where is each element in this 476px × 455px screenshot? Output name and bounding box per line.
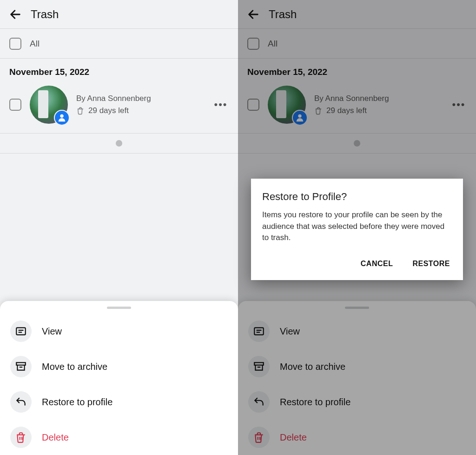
select-all-checkbox[interactable]	[9, 38, 21, 50]
select-all-label: All	[268, 39, 278, 49]
left-panel: Trash All November 15, 2022 By Anna Sonn…	[0, 0, 238, 455]
item-byline: By Anna Sonnenberg	[76, 94, 213, 103]
item-checkbox[interactable]	[247, 99, 259, 111]
trash-item: By Anna Sonnenberg 29 days left •••	[238, 82, 476, 134]
sheet-option-restore[interactable]: Restore to profile	[0, 384, 238, 420]
sheet-option-label: View	[42, 326, 62, 337]
sheet-option-archive[interactable]: Move to archive	[0, 349, 238, 384]
back-button[interactable]	[245, 7, 261, 22]
dialog-restore-button[interactable]: RESTORE	[410, 257, 452, 271]
action-sheet: View Move to archive Restore to profile …	[238, 301, 476, 455]
page-title: Trash	[269, 8, 297, 21]
arrow-left-icon	[9, 8, 22, 21]
item-thumbnail[interactable]	[30, 86, 68, 124]
days-left-text: 29 days left	[326, 106, 367, 115]
arrow-left-icon	[247, 8, 260, 21]
back-button[interactable]	[7, 7, 23, 22]
view-icon	[15, 325, 27, 337]
sheet-option-view[interactable]: View	[238, 314, 476, 349]
dialog-title: Restore to Profile?	[262, 191, 452, 203]
trash-item: By Anna Sonnenberg 29 days left •••	[0, 82, 238, 134]
date-heading: November 15, 2022	[0, 59, 238, 82]
person-badge-icon	[292, 110, 308, 126]
trash-icon	[314, 107, 323, 115]
person-badge-icon	[54, 110, 70, 126]
item-info: By Anna Sonnenberg 29 days left	[76, 94, 213, 115]
spinner-icon	[116, 140, 122, 147]
loading-row	[0, 134, 238, 154]
sheet-option-label: Restore to profile	[42, 397, 112, 408]
select-all-label: All	[30, 39, 40, 49]
more-icon: •••	[214, 99, 227, 111]
dialog-cancel-button[interactable]: CANCEL	[359, 257, 395, 271]
select-all-row[interactable]: All	[0, 29, 238, 59]
action-sheet: View Move to archive Restore to profile …	[0, 301, 238, 455]
undo-icon	[15, 396, 27, 408]
sheet-option-delete[interactable]: Delete	[0, 420, 238, 455]
trash-icon	[15, 431, 27, 443]
item-checkbox[interactable]	[9, 99, 21, 111]
item-days-left: 29 days left	[76, 106, 213, 115]
item-more-button[interactable]: •••	[451, 99, 467, 111]
sheet-grabber[interactable]	[107, 307, 131, 309]
item-thumbnail[interactable]	[268, 86, 306, 124]
sheet-option-label: Move to archive	[42, 361, 107, 372]
restore-dialog: Restore to Profile? Items you restore to…	[251, 179, 463, 280]
sheet-option-label: Delete	[42, 432, 69, 443]
svg-rect-3	[254, 362, 264, 365]
page-title: Trash	[31, 8, 59, 21]
select-all-checkbox[interactable]	[247, 38, 259, 50]
sheet-option-restore[interactable]: Restore to profile	[238, 384, 476, 420]
trash-icon	[76, 107, 85, 115]
svg-rect-1	[16, 362, 26, 365]
select-all-row[interactable]: All	[238, 29, 476, 59]
days-left-text: 29 days left	[88, 106, 129, 115]
sheet-option-view[interactable]: View	[0, 314, 238, 349]
dialog-body: Items you restore to your profile can be…	[262, 209, 452, 244]
svg-rect-0	[16, 328, 26, 335]
header: Trash	[0, 0, 238, 29]
sheet-option-delete[interactable]: Delete	[238, 420, 476, 455]
sheet-option-archive[interactable]: Move to archive	[238, 349, 476, 384]
archive-icon	[15, 361, 27, 373]
item-byline: By Anna Sonnenberg	[314, 94, 451, 103]
item-more-button[interactable]: •••	[213, 99, 229, 111]
svg-rect-2	[254, 328, 264, 335]
dialog-actions: CANCEL RESTORE	[262, 257, 452, 271]
date-heading: November 15, 2022	[238, 59, 476, 82]
